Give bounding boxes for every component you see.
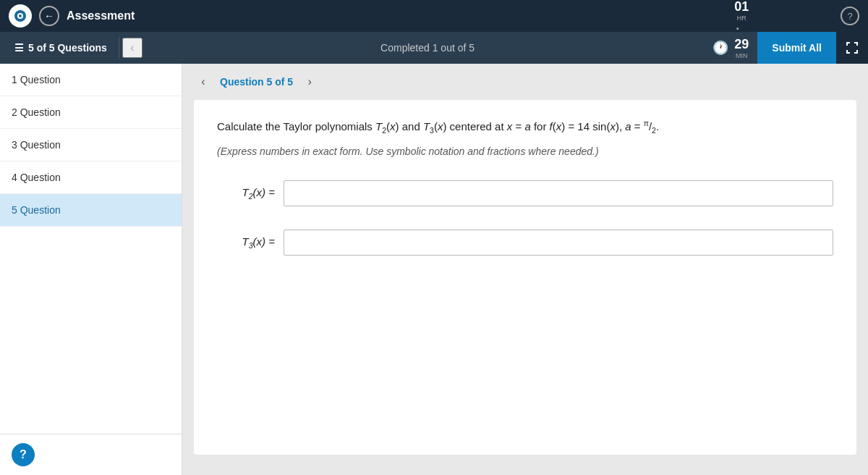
timer-min: 29 xyxy=(734,37,749,52)
timer-icon: 🕐 xyxy=(712,40,728,56)
back-button[interactable]: ← xyxy=(39,6,59,26)
timer-sep1: · xyxy=(736,22,739,36)
nav-divider xyxy=(119,37,119,59)
question-note: (Express numbers in exact form. Use symb… xyxy=(217,146,833,157)
questions-count-label: 5 of 5 Questions xyxy=(28,42,107,54)
sidebar-item-q3[interactable]: 3 Question xyxy=(0,129,182,161)
answer2-row: T3(x) = xyxy=(217,230,833,256)
nav-left: ← Assessment xyxy=(9,4,135,28)
question-list: 1 Question 2 Question 3 Question 4 Quest… xyxy=(0,64,182,434)
sidebar-item-q3-label: 3 Question xyxy=(12,139,61,151)
answer2-input[interactable] xyxy=(284,230,833,256)
sidebar-item-q1-label: 1 Question xyxy=(12,74,61,85)
question-text: Calculate the Taylor polynomials T2(x) a… xyxy=(217,117,833,137)
sidebar-item-q5[interactable]: 5 Question xyxy=(0,194,182,227)
answer1-label: T2(x) = xyxy=(217,186,275,201)
sidebar-item-q2-label: 2 Question xyxy=(12,106,61,118)
help-icon[interactable]: ? xyxy=(841,7,859,25)
answer1-input[interactable] xyxy=(284,180,833,206)
completed-label: Completed 1 out of 5 xyxy=(142,42,712,54)
nav-right: ? xyxy=(841,7,859,25)
answer1-row: T2(x) = xyxy=(217,180,833,206)
sidebar-item-q5-label: 5 Question xyxy=(12,204,61,216)
app-title: Assessment xyxy=(67,9,135,22)
questions-toggle[interactable]: ☰ 5 of 5 Questions xyxy=(6,42,116,54)
prev-question-button[interactable]: ‹ xyxy=(194,72,213,91)
answer2-label: T3(x) = xyxy=(217,235,275,250)
sidebar-item-q2[interactable]: 2 Question xyxy=(0,96,182,129)
sidebar-bottom: ? xyxy=(0,434,182,475)
sub-navbar: ☰ 5 of 5 Questions ‹ Completed 1 out of … xyxy=(0,32,868,64)
question-nav-bar: ‹ Question 5 of 5 › xyxy=(194,72,856,91)
question-nav-label: Question 5 of 5 xyxy=(220,76,293,88)
sidebar-item-q4-label: 4 Question xyxy=(12,172,61,183)
list-icon: ☰ xyxy=(14,42,24,54)
question-card: Calculate the Taylor polynomials T2(x) a… xyxy=(194,100,856,455)
main-layout: 1 Question 2 Question 3 Question 4 Quest… xyxy=(0,64,868,475)
content-area: ‹ Question 5 of 5 › Calculate the Taylor… xyxy=(182,64,868,475)
timer-hr: 01 xyxy=(734,0,749,14)
fullscreen-button[interactable] xyxy=(836,32,868,64)
sidebar: 1 Question 2 Question 3 Question 4 Quest… xyxy=(0,64,182,475)
timer-min-label: MIN xyxy=(736,52,748,59)
sidebar-item-q1[interactable]: 1 Question xyxy=(0,64,182,96)
next-question-button[interactable]: › xyxy=(300,72,319,91)
app-logo xyxy=(9,4,32,28)
submit-all-button[interactable]: Submit All xyxy=(757,32,836,64)
collapse-sidebar-button[interactable]: ‹ xyxy=(122,38,142,58)
svg-point-2 xyxy=(19,14,22,17)
sidebar-item-q4[interactable]: 4 Question xyxy=(0,161,182,194)
timer-hr-label: HR xyxy=(737,14,746,22)
sidebar-help-button[interactable]: ? xyxy=(12,443,35,466)
